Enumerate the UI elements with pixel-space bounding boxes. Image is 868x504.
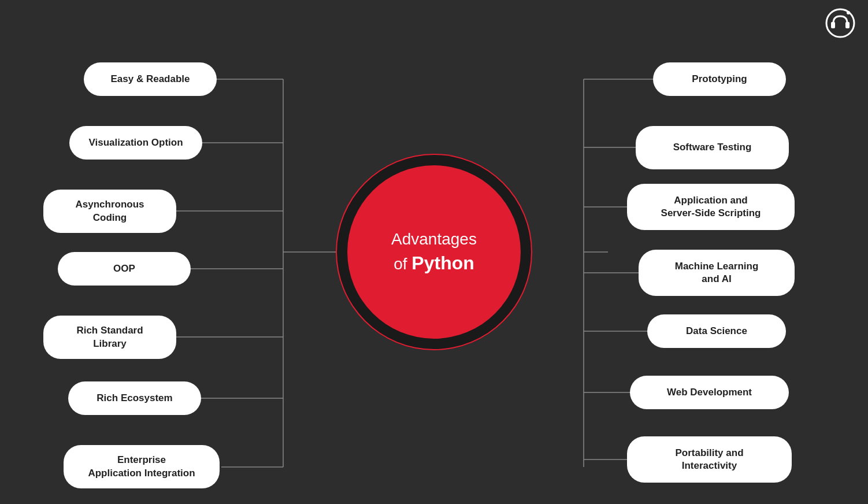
diagram-container: Advantages of Python Easy & Readable Vis… bbox=[0, 0, 868, 504]
node-oop: OOP bbox=[58, 252, 191, 286]
center-bold: Python bbox=[411, 253, 474, 273]
node-prototyping: Prototyping bbox=[653, 62, 786, 96]
node-rich-standard-library: Rich StandardLibrary bbox=[43, 316, 176, 359]
node-easy-readable: Easy & Readable bbox=[84, 62, 217, 96]
node-portability-interactivity: Portability andInteractivity bbox=[627, 436, 792, 483]
center-line2: of Python bbox=[394, 255, 474, 273]
node-enterprise-app-integration: EnterpriseApplication Integration bbox=[64, 445, 220, 488]
center-title: Advantages of Python bbox=[380, 216, 488, 288]
node-rich-ecosystem: Rich Ecosystem bbox=[68, 381, 201, 415]
node-machine-learning-ai: Machine Learningand AI bbox=[639, 250, 795, 296]
node-asynchronous-coding: AsynchronousCoding bbox=[43, 190, 176, 233]
node-visualization-option: Visualization Option bbox=[69, 126, 202, 160]
center-circle: Advantages of Python bbox=[347, 165, 521, 339]
node-software-testing: Software Testing bbox=[636, 126, 789, 169]
center-line1: Advantages bbox=[391, 230, 477, 248]
node-data-science: Data Science bbox=[647, 314, 786, 348]
node-web-development: Web Development bbox=[630, 376, 789, 409]
node-application-server-scripting: Application andServer-Side Scripting bbox=[627, 184, 795, 230]
